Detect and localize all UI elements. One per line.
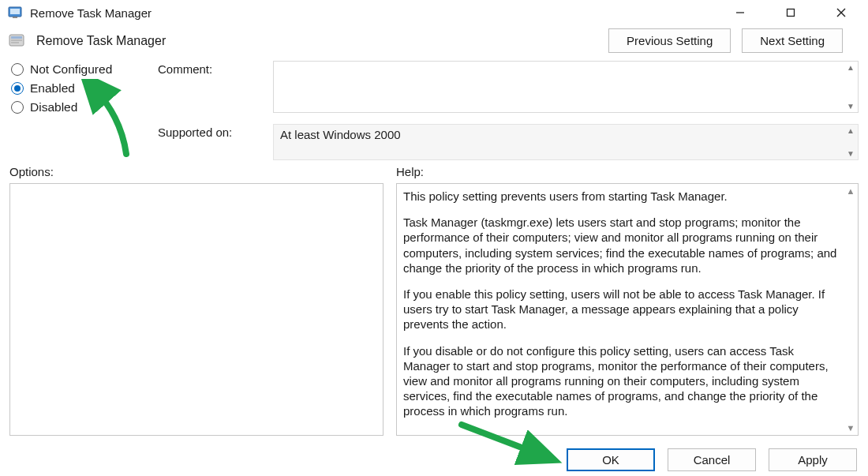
svg-rect-1: [10, 9, 20, 14]
radio-label: Not Configured: [30, 62, 112, 77]
scroll-down-icon: ▼: [847, 149, 855, 158]
ok-button[interactable]: OK: [567, 448, 655, 471]
help-paragraph: If you enable this policy setting, users…: [403, 287, 844, 332]
comment-textarea[interactable]: ▲ ▼: [273, 61, 859, 113]
options-label: Options:: [9, 165, 383, 178]
next-setting-button[interactable]: Next Setting: [742, 28, 843, 53]
apply-button[interactable]: Apply: [769, 448, 857, 471]
policy-title: Remove Task Manager: [36, 34, 597, 48]
radio-disabled[interactable]: Disabled: [11, 100, 158, 114]
help-label: Help:: [396, 165, 859, 178]
help-pane: This policy setting prevents users from …: [396, 183, 859, 436]
scroll-up-icon: ▲: [847, 63, 855, 72]
supported-value: At least Windows 2000: [280, 128, 401, 141]
svg-rect-10: [11, 42, 19, 43]
radio-label: Disabled: [30, 100, 77, 114]
help-scrollbar[interactable]: ▲ ▼: [844, 184, 858, 435]
minimize-button[interactable]: [726, 2, 754, 23]
comment-scrollbar[interactable]: ▲ ▼: [844, 62, 858, 112]
scroll-up-icon: ▲: [847, 186, 855, 197]
dialog-buttons: OK Cancel Apply: [567, 448, 857, 471]
help-paragraph: This policy setting prevents users from …: [403, 189, 844, 204]
policy-header: Remove Task Manager Previous Setting Nex…: [0, 24, 868, 53]
svg-rect-4: [788, 9, 795, 17]
radio-not-configured[interactable]: Not Configured: [11, 62, 158, 77]
radio-circle-selected-icon: [11, 82, 24, 95]
help-paragraph: If you disable or do not configure this …: [403, 343, 844, 419]
svg-rect-9: [11, 39, 22, 41]
radio-circle-icon: [11, 63, 24, 76]
window-title: Remove Task Manager: [30, 6, 726, 20]
supported-label: Supported on:: [158, 124, 268, 160]
help-paragraph: Task Manager (taskmgr.exe) lets users st…: [403, 215, 844, 275]
maximize-button[interactable]: [776, 2, 805, 23]
radio-circle-icon: [11, 101, 24, 114]
setting-state-radiogroup: Not Configured Enabled Disabled: [0, 61, 158, 160]
radio-enabled[interactable]: Enabled: [11, 81, 158, 96]
scroll-down-icon: ▼: [847, 102, 855, 111]
close-button[interactable]: [827, 2, 855, 23]
svg-rect-8: [11, 36, 22, 39]
app-icon: [8, 6, 22, 20]
scroll-down-icon: ▼: [847, 422, 855, 433]
titlebar: Remove Task Manager: [0, 0, 868, 24]
comment-label: Comment:: [158, 61, 268, 113]
help-text: This policy setting prevents users from …: [403, 189, 844, 418]
scroll-up-icon: ▲: [847, 126, 855, 135]
svg-rect-2: [13, 17, 17, 18]
options-pane: [9, 183, 383, 436]
previous-setting-button[interactable]: Previous Setting: [608, 28, 731, 53]
radio-label: Enabled: [30, 81, 75, 96]
supported-on-box: At least Windows 2000 ▲ ▼: [273, 124, 859, 160]
cancel-button[interactable]: Cancel: [668, 448, 756, 471]
supported-scrollbar[interactable]: ▲ ▼: [844, 125, 858, 159]
policy-icon: [8, 32, 25, 50]
window-buttons: [726, 2, 863, 23]
